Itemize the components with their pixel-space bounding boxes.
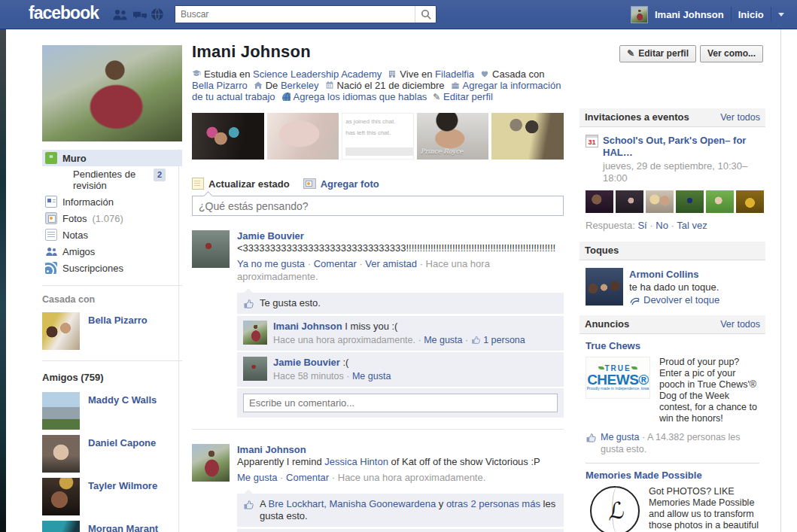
post-author-photo[interactable]: [192, 444, 230, 482]
comment-author-link[interactable]: Imani Johnson: [273, 321, 342, 332]
rsvp-yes-link[interactable]: Sí: [637, 220, 646, 231]
status-input[interactable]: [193, 196, 563, 215]
sidebar-item-informacion[interactable]: Información: [42, 193, 182, 210]
guest-photo[interactable]: [586, 190, 613, 213]
comment-input[interactable]: [243, 394, 558, 412]
guest-photo[interactable]: [736, 190, 764, 213]
guest-photo[interactable]: [616, 190, 643, 213]
search-button[interactable]: [415, 6, 436, 23]
comment-author-link[interactable]: Jamie Bouvier: [273, 357, 340, 368]
liker-names-link[interactable]: Bre Lockhart, Manisha Goonewardena: [269, 498, 437, 509]
ad-like-link[interactable]: Me gusta: [601, 432, 639, 442]
see-friendship-link[interactable]: Ver amistad: [365, 258, 417, 269]
photos-count: (1.076): [93, 213, 123, 224]
unlike-link[interactable]: Ya no me gusta: [237, 258, 305, 269]
pokes-header: Toques: [579, 242, 765, 260]
account-menu-caret-icon[interactable]: [778, 13, 784, 17]
comment-link[interactable]: Comentar: [286, 472, 329, 483]
nav-profile-photo[interactable]: [631, 6, 648, 23]
nav-home-link[interactable]: Inicio: [738, 9, 764, 20]
friend-name-link[interactable]: Bella Pizarro: [88, 312, 148, 326]
comment-author-photo[interactable]: [243, 357, 267, 381]
about-link-city[interactable]: Filadelfia: [435, 68, 474, 80]
thumb-up-icon: [471, 335, 481, 345]
notifications-icon[interactable]: [150, 8, 165, 21]
events-see-all-link[interactable]: Ver todos: [720, 112, 760, 123]
search-input[interactable]: [175, 6, 415, 23]
sidebar-item-fotos[interactable]: Fotos (1.076): [42, 210, 182, 226]
wall-post: Imani Johnson Apparently I remind Jessic…: [192, 444, 564, 532]
rsvp-maybe-link[interactable]: Tal vez: [677, 220, 707, 231]
sidebar-item-pendientes[interactable]: Pendientes de revisión 2: [42, 166, 182, 193]
comment-author-photo[interactable]: [243, 321, 267, 345]
about-link-hometown[interactable]: Berkeley: [281, 80, 319, 91]
profile-photo[interactable]: [42, 45, 182, 141]
tab-add-photo[interactable]: Agregar foto: [303, 178, 379, 190]
about-link-add-languages[interactable]: Agrega los idiomas que hablas: [294, 91, 427, 102]
post-author-link[interactable]: Imani Johnson: [237, 444, 306, 455]
true-chews-logo[interactable]: TRUE CHEWS® Proudly made in Independence…: [586, 357, 650, 399]
friend-name-link[interactable]: Morgan Marant: [88, 521, 158, 532]
view-as-button[interactable]: Ver como...: [700, 45, 763, 62]
leaf-icon: [631, 366, 637, 369]
ad-title-link[interactable]: Memories Made Possible: [586, 470, 702, 481]
about-link-spouse[interactable]: Bella Pizarro: [192, 80, 248, 91]
tagged-person-link[interactable]: Jessica Hinton: [324, 456, 388, 467]
like-link[interactable]: Me gusta: [352, 371, 391, 382]
strip-photo-1[interactable]: [192, 113, 264, 160]
sidebar-item-amigos[interactable]: Amigos: [42, 243, 182, 260]
post-author-link[interactable]: Jamie Bouvier: [237, 230, 304, 242]
like-count-link[interactable]: 1 persona: [483, 335, 525, 345]
friend-name-link[interactable]: Tayler Wilmore: [88, 478, 157, 491]
strip-photo-4[interactable]: Prince Royce: [417, 113, 489, 160]
poker-photo[interactable]: [586, 268, 623, 306]
profile-about: Estudia en Science Leadership AcademyViv…: [192, 68, 564, 103]
pencil-icon: ✎: [433, 92, 440, 102]
search-box: [175, 5, 437, 23]
friend-photo[interactable]: [42, 521, 80, 532]
about-link-school[interactable]: Science Leadership Academy: [253, 68, 382, 80]
friend-photo[interactable]: [42, 478, 80, 515]
left-sidebar: “ Muro Pendientes de revisión 2 Informac…: [42, 45, 182, 532]
rsvp-no-link[interactable]: No: [656, 220, 668, 231]
ad-title-link[interactable]: True Chews: [586, 340, 640, 351]
facebook-logo[interactable]: facebook: [29, 3, 99, 23]
like-link[interactable]: Me gusta: [424, 335, 462, 345]
sidebar-item-notas[interactable]: Notas: [42, 226, 182, 243]
sidebar-item-muro[interactable]: “ Muro: [42, 150, 182, 166]
graduation-cap-icon: [192, 69, 201, 78]
tab-update-status[interactable]: Actualizar estado: [192, 178, 290, 190]
like-link[interactable]: Me gusta: [237, 472, 277, 483]
about-birthday: Nació el 21 de diciembre: [325, 80, 445, 91]
edit-profile-button[interactable]: ✎ Editar perfil: [619, 45, 696, 62]
friend-name-link[interactable]: Maddy C Walls: [88, 392, 157, 406]
friend-name-link[interactable]: Daniel Capone: [88, 435, 156, 448]
ads-see-all-link[interactable]: Ver todos: [720, 319, 760, 330]
nav-profile-link[interactable]: Imani Johnson: [655, 9, 724, 20]
top-navbar: facebook Imani Johnson Inicio: [0, 0, 797, 29]
strip-photo-5[interactable]: [491, 113, 564, 160]
strip-photo-chat[interactable]: as joined this chat. has left this chat.: [342, 113, 414, 160]
post-author-photo[interactable]: [192, 230, 230, 268]
more-likers-link[interactable]: otras 2 personas más: [446, 498, 540, 509]
friend-photo[interactable]: [42, 392, 80, 430]
sidebar-item-label: Amigos: [62, 246, 95, 257]
messages-icon[interactable]: [132, 8, 148, 21]
poke-back-link[interactable]: Devolver el toque: [643, 293, 719, 306]
heart-icon: [480, 69, 489, 78]
friend-photo[interactable]: [42, 312, 80, 350]
memories-logo[interactable]: ℒ: [590, 486, 640, 532]
about-link-edit-profile[interactable]: Editar perfil: [443, 91, 493, 102]
comment-link[interactable]: Comentar: [314, 258, 357, 269]
sidebar-item-suscripciones[interactable]: Suscripciones: [42, 260, 182, 276]
ad-body: Got PHOTOS? LIKE Memories Made Possible …: [649, 486, 759, 532]
guest-photo[interactable]: [706, 190, 734, 213]
friend-photo[interactable]: [42, 435, 80, 473]
strip-photo-2[interactable]: [267, 113, 339, 160]
guest-photo[interactable]: [646, 190, 674, 213]
poker-name-link[interactable]: Armoni Collins: [629, 269, 698, 280]
wall-icon: “: [45, 152, 57, 164]
guest-photo[interactable]: [676, 190, 704, 213]
friend-requests-icon[interactable]: [112, 8, 127, 21]
event-title-link[interactable]: School's Out, Park's Open– for HAL…: [603, 135, 746, 158]
